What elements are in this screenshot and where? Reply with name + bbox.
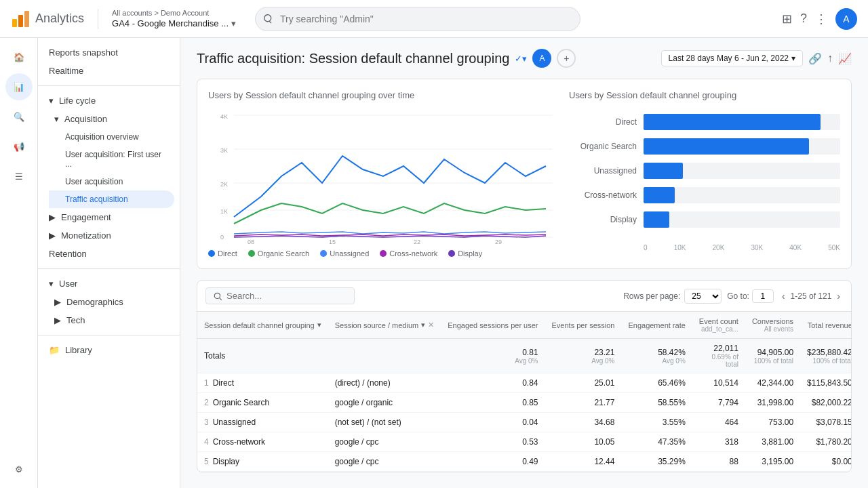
sidebar-item-traffic-acquisition[interactable]: Traffic acquisition [49, 190, 174, 208]
svg-text:1K: 1K [220, 208, 228, 215]
table-row: 5Display google / cpc 0.49 12.44 35.29% … [197, 452, 852, 472]
totals-label-cell: Totals [197, 339, 328, 373]
sidebar-divider-3 [38, 335, 180, 336]
sidebar-user-items: ▶ Demographics ▶ Tech [43, 293, 180, 329]
bar-chart-area: Direct Organic Search Unassigned [569, 108, 840, 241]
svg-text:3K: 3K [220, 147, 228, 154]
sidebar-acquisition-items: Acquisition overview User acquisition: F… [49, 128, 180, 208]
search-area[interactable] [255, 7, 580, 31]
session-source-close-icon[interactable]: ✕ [428, 321, 434, 329]
svg-text:2K: 2K [220, 181, 228, 188]
sidebar-item-retention[interactable]: Retention [38, 245, 174, 263]
account-link[interactable]: All accounts > Demo Account [112, 9, 236, 17]
sidebar: Reports snapshot Realtime ▾ Life cycle ▾… [38, 38, 180, 488]
col-header-total-revenue: Total revenue [800, 312, 852, 339]
sidebar-user-group: ▾ User ▶ Demographics ▶ Tech [38, 274, 180, 329]
bar-unassigned: Unassigned [569, 163, 840, 179]
table-search-icon [213, 291, 222, 301]
sidebar-item-reports-snapshot[interactable]: Reports snapshot [38, 43, 174, 62]
table-row: 1Direct (direct) / (none) 0.84 25.01 65.… [197, 373, 852, 393]
sidebar-divider-1 [38, 85, 180, 86]
pagination-prev[interactable]: ‹ [779, 289, 788, 303]
bar-display: Display [569, 211, 840, 228]
search-input[interactable] [255, 7, 580, 31]
rows-per-page-select[interactable]: 25 50 100 [684, 289, 722, 304]
add-comparison-icon[interactable]: + [557, 49, 576, 68]
sidebar-lifecycle-header[interactable]: ▾ Life cycle [38, 92, 180, 110]
nav-reports-icon[interactable]: 📊 [5, 73, 33, 100]
user-avatar[interactable]: A [835, 8, 857, 30]
sidebar-divider-2 [38, 268, 180, 269]
charts-row: Users by Session default channel groupin… [197, 79, 852, 269]
nav-advertising-icon[interactable]: 📢 [5, 133, 33, 160]
svg-rect-0 [12, 19, 17, 27]
session-default-filter-icon[interactable]: ▾ [317, 321, 321, 329]
bar-axis: 010K20K30K40K50K [569, 244, 840, 251]
nav-icons: 🏠 📊 🔍 📢 ☰ ⚙ [0, 38, 38, 488]
chart-legend: Direct Organic Search Unassigned Cross-n… [208, 249, 558, 258]
sidebar-item-realtime[interactable]: Realtime [38, 62, 174, 80]
session-source-filter-icon[interactable]: ▾ [421, 321, 425, 329]
legend-organic: Organic Search [248, 249, 309, 258]
table-row-totals: Totals 0.81 Avg 0% 23.21 Avg 0% 58.42% [197, 339, 852, 373]
page-header-actions: Last 28 days May 6 - Jun 2, 2022 ▾ 🔗 ↑ 📈 [661, 50, 852, 66]
nav-admin-icon[interactable]: ⚙ [5, 455, 33, 483]
line-chart-section: Users by Session default channel groupin… [208, 90, 558, 258]
col-header-session-default: Session default channel grouping ▾ [197, 312, 328, 339]
goto-input[interactable] [752, 289, 774, 303]
pagination-next[interactable]: › [834, 289, 843, 303]
svg-text:4K: 4K [220, 113, 228, 120]
more-options-icon[interactable]: 📈 [838, 52, 852, 65]
nav-home-icon[interactable]: 🏠 [5, 43, 33, 70]
line-chart-area: 4K 3K 2K 1K 0 [208, 108, 558, 244]
svg-text:0: 0 [220, 234, 224, 241]
bar-cross-network: Cross-network [569, 187, 840, 203]
legend-cross-network: Cross-network [380, 249, 437, 258]
sidebar-monetization-header[interactable]: ▶ Monetization [38, 226, 180, 245]
sidebar-tech-header[interactable]: ▶ Tech [43, 311, 180, 329]
table-search-input[interactable] [226, 291, 335, 301]
sidebar-acquisition-header[interactable]: ▾ Acquisition [43, 110, 180, 128]
rows-per-page: Rows per page: 25 50 100 [623, 289, 722, 304]
nav-explore-icon[interactable]: 🔍 [5, 103, 33, 130]
logo-area: Analytics [11, 9, 84, 28]
topbar-actions: ⊞ ? ⋮ A [782, 8, 857, 30]
svg-text:15: 15 [329, 239, 336, 244]
legend-unassigned: Unassigned [320, 249, 369, 258]
table-search-box[interactable] [205, 287, 355, 304]
property-selector[interactable]: GA4 - Google Merchandise ... ▾ [112, 18, 236, 28]
col-header-engaged-sessions: Engaged sessions per user [441, 312, 545, 339]
apps-icon[interactable]: ⊞ [782, 12, 792, 26]
table-row: 3Unassigned (not set) / (not set) 0.04 3… [197, 413, 852, 432]
legend-direct: Direct [208, 249, 237, 258]
sidebar-demographics-header[interactable]: ▶ Demographics [43, 293, 180, 311]
table-toolbar: Rows per page: 25 50 100 Go to: ‹ 1-25 o… [197, 281, 851, 312]
nav-configure-icon[interactable]: ☰ [5, 163, 33, 190]
account-section: All accounts > Demo Account GA4 - Google… [112, 9, 236, 28]
help-icon[interactable]: ? [800, 12, 807, 26]
bar-chart-title: Users by Session default channel groupin… [569, 90, 840, 100]
analytics-logo-icon [11, 9, 30, 28]
sidebar-user-header[interactable]: ▾ User [38, 274, 180, 293]
data-table: Session default channel grouping ▾ Sessi… [197, 312, 852, 472]
sidebar-item-library[interactable]: 📁 Library [38, 341, 174, 359]
export-icon[interactable]: ↑ [827, 52, 833, 64]
table-section: Rows per page: 25 50 100 Go to: ‹ 1-25 o… [197, 280, 852, 472]
page-title: Traffic acquisition: Session default cha… [197, 51, 509, 66]
sidebar-group-lifecycle: ▾ Life cycle ▾ Acquisition Acquisition o… [38, 92, 180, 263]
sidebar-engagement-header[interactable]: ▶ Engagement [38, 208, 180, 226]
table-row: 2Organic Search google / organic 0.85 21… [197, 393, 852, 413]
bar-chart-section: Users by Session default channel groupin… [569, 90, 840, 258]
date-range-picker[interactable]: Last 28 days May 6 - Jun 2, 2022 ▾ [661, 50, 803, 66]
sidebar-item-acquisition-overview[interactable]: Acquisition overview [49, 128, 174, 146]
sidebar-item-user-acquisition[interactable]: User acquisition [49, 173, 174, 190]
sidebar-item-user-acquisition-first[interactable]: User acquisition: First user ... [49, 146, 174, 173]
settings-icon[interactable]: ⋮ [815, 12, 827, 26]
col-header-engagement-rate: Engagement rate [621, 312, 692, 339]
goto-box: Go to: [727, 289, 774, 303]
col-header-conversions: Conversions All events [745, 312, 800, 339]
col-header-session-source: Session source / medium ▾ ✕ [328, 312, 441, 339]
title-check-icon[interactable]: ✓▾ [515, 54, 527, 64]
app-name: Analytics [35, 12, 84, 26]
share-icon[interactable]: 🔗 [808, 52, 822, 65]
